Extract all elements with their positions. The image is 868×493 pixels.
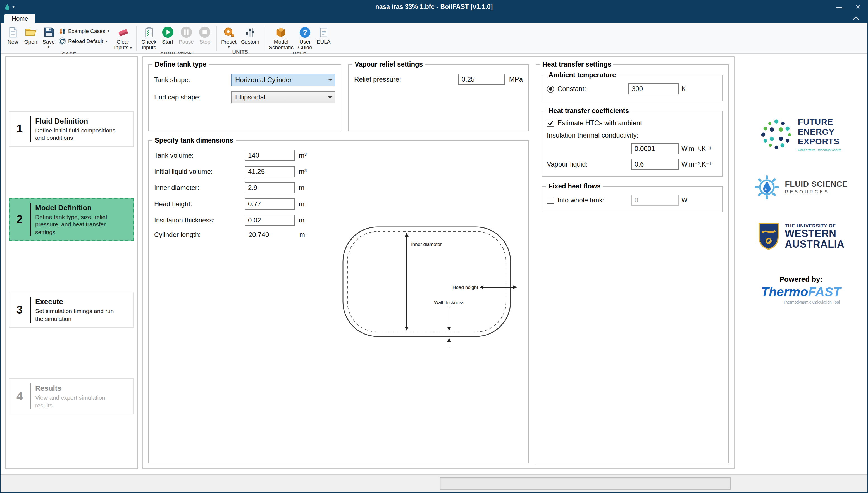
- fex-subtitle: Cooperative Research Centre: [798, 148, 842, 152]
- relief-pressure-input[interactable]: [458, 74, 505, 85]
- content-area: 1 Fluid Definition Define initial fluid …: [1, 53, 867, 474]
- step-number: 2: [13, 202, 26, 236]
- uwa-logo: THE UNIVERSITY OF WESTERN AUSTRALIA: [757, 222, 844, 250]
- example-cases-icon: [59, 27, 66, 35]
- insulation-thickness-input[interactable]: [245, 215, 295, 226]
- tank-shape-select[interactable]: Horizontal Cylinder: [231, 74, 335, 86]
- model-schematic-label-2: Schematic: [269, 45, 294, 51]
- into-whole-tank-label: Into whole tank:: [557, 196, 604, 204]
- head-height-unit: m: [299, 200, 304, 208]
- uwa-text-line1: THE UNIVERSITY OF: [785, 223, 844, 228]
- powered-by-label: Powered by:: [761, 275, 841, 283]
- main-panel: Define tank type Tank shape: Horizontal …: [142, 57, 734, 469]
- fluid-science-text: FLUID SCIENCE: [785, 179, 848, 188]
- caret-down-icon: ▾: [130, 46, 132, 50]
- step-title: Execute: [35, 297, 119, 306]
- cube-icon: [275, 26, 288, 39]
- new-label: New: [7, 39, 18, 45]
- inner-diameter-input[interactable]: [245, 182, 295, 193]
- title-bar: ▾ nasa iras 33% 1.bfc - BoilFAST [v1.1.0…: [1, 1, 867, 13]
- fex-dots-icon: [760, 118, 793, 151]
- measuring-tape-icon: [223, 26, 235, 39]
- initial-liquid-volume-input[interactable]: [245, 166, 295, 177]
- model-schematic-button[interactable]: Model Schematic: [267, 25, 296, 51]
- inner-diameter-label: Inner diameter:: [154, 184, 245, 192]
- insulation-thickness-unit: m: [299, 216, 304, 224]
- step-number: 1: [13, 116, 26, 142]
- quick-access-caret-icon[interactable]: ▾: [12, 4, 15, 9]
- tab-home[interactable]: Home: [4, 14, 36, 23]
- end-cap-shape-label: End cap shape:: [154, 93, 209, 101]
- constant-label: Constant:: [557, 85, 586, 93]
- start-label: Start: [162, 39, 173, 45]
- fex-text-line2: ENERGY: [798, 127, 842, 136]
- user-guide-button[interactable]: ? User Guide: [296, 25, 315, 51]
- vapour-liquid-input[interactable]: [631, 159, 679, 170]
- step-fluid-definition[interactable]: 1 Fluid Definition Define initial fluid …: [9, 111, 134, 147]
- new-button[interactable]: New: [4, 25, 22, 46]
- checklist-icon: [143, 26, 155, 39]
- open-folder-icon: [25, 26, 37, 39]
- save-button[interactable]: Save ▾: [40, 25, 58, 49]
- user-guide-label-1: User: [299, 39, 311, 45]
- check-inputs-label-1: Check: [141, 39, 156, 45]
- end-cap-shape-value: Ellipsoidal: [232, 93, 325, 101]
- gear-droplet-icon: [754, 174, 780, 200]
- tank-volume-label: Tank volume:: [154, 151, 245, 159]
- document-lines-icon: [318, 26, 329, 39]
- close-button[interactable]: ✕: [848, 1, 867, 13]
- heat-transfer-group: Heat transfer settings Ambient temperatu…: [536, 64, 729, 464]
- insulation-conductivity-input[interactable]: [631, 143, 679, 154]
- step-title: Fluid Definition: [35, 116, 119, 125]
- clear-inputs-button[interactable]: Clear Inputs ▾: [112, 25, 134, 51]
- into-whole-tank-checkbox[interactable]: [547, 196, 554, 204]
- relief-pressure-label: Relief pressure:: [354, 76, 401, 83]
- vapour-liquid-unit: W.m⁻².K⁻¹: [679, 160, 718, 168]
- group-title: Heat transfer settings: [540, 60, 614, 68]
- custom-units-button[interactable]: Custom: [239, 25, 261, 46]
- fixed-heat-flows-group: Fixed heat flows Into whole tank: W: [542, 186, 723, 212]
- constant-radio[interactable]: [547, 85, 554, 92]
- start-button[interactable]: Start: [159, 25, 177, 46]
- close-icon: ✕: [855, 3, 861, 10]
- collapse-ribbon-button[interactable]: [852, 15, 860, 22]
- pause-label: Pause: [179, 39, 194, 45]
- ribbon-separator: [216, 26, 217, 51]
- tank-dimensions-group: Specify tank dimensions Tank volume: m³ …: [148, 140, 529, 464]
- clear-inputs-label-2: Inputs: [114, 44, 129, 50]
- constant-temperature-input[interactable]: [629, 83, 679, 94]
- tank-shape-label: Tank shape:: [154, 76, 209, 84]
- step-number: 4: [13, 383, 26, 409]
- new-document-icon: [7, 26, 19, 39]
- group-title: Fixed heat flows: [546, 182, 603, 190]
- pause-button: Pause: [177, 25, 196, 46]
- tank-volume-input[interactable]: [245, 150, 295, 161]
- app-window: ▾ nasa iras 33% 1.bfc - BoilFAST [v1.1.0…: [0, 0, 868, 493]
- reload-default-button[interactable]: Reload Default ▾: [59, 38, 110, 45]
- step-model-definition[interactable]: 2 Model Definition Define tank type, siz…: [9, 198, 134, 241]
- ribbon-tab-row: Home: [1, 13, 867, 23]
- check-inputs-button[interactable]: Check Inputs: [139, 25, 159, 51]
- app-droplet-icon: [4, 3, 10, 10]
- tank-schematic-diagram: Inner diameter Head height Wall thicknes…: [340, 219, 526, 349]
- thermofast-logo: Powered by: ThermoFAST Thermodynamic Cal…: [761, 275, 841, 304]
- eula-button[interactable]: EULA: [315, 25, 333, 46]
- open-button[interactable]: Open: [22, 25, 40, 46]
- cylinder-length-label: Cylinder length:: [154, 231, 245, 239]
- minimize-button[interactable]: —: [829, 1, 848, 13]
- ribbon: New Open Save ▾: [1, 23, 867, 53]
- preset-units-button[interactable]: Preset ▾: [219, 25, 239, 49]
- open-label: Open: [24, 39, 38, 45]
- step-execute[interactable]: 3 Execute Set simulation timings and run…: [9, 292, 134, 328]
- estimate-htc-checkbox[interactable]: [547, 119, 554, 127]
- reload-default-label: Reload Default: [68, 38, 103, 44]
- caret-down-icon: ▾: [228, 45, 230, 49]
- end-cap-shape-select[interactable]: Ellipsoidal: [231, 91, 335, 103]
- group-title: Define tank type: [153, 60, 209, 68]
- logos-panel: FUTURE ENERGY EXPORTS Cooperative Resear…: [739, 57, 863, 469]
- ambient-temperature-group: Ambient temperature Constant: K: [542, 75, 723, 101]
- steps-panel: 1 Fluid Definition Define initial fluid …: [5, 57, 138, 469]
- example-cases-button[interactable]: Example Cases ▾: [59, 27, 110, 35]
- custom-label: Custom: [241, 39, 259, 45]
- head-height-input[interactable]: [245, 198, 295, 210]
